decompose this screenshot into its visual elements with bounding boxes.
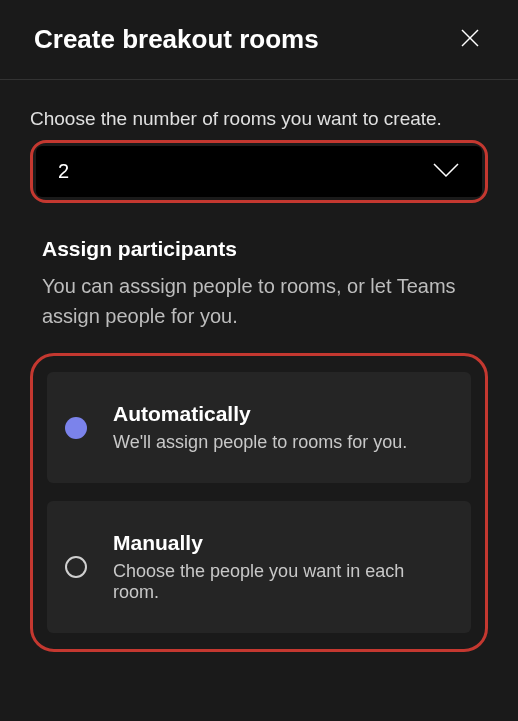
radio-selected-icon [65, 417, 87, 439]
assign-option-title: Manually [113, 531, 453, 555]
assign-title: Assign participants [42, 237, 488, 261]
room-count-highlight: 2 [30, 140, 488, 203]
radio-unselected-icon [65, 556, 87, 578]
room-count-value: 2 [58, 160, 69, 183]
dialog-title: Create breakout rooms [34, 24, 319, 55]
assign-options-highlight: Automatically We'll assign people to roo… [30, 353, 488, 652]
close-button[interactable] [456, 26, 484, 54]
close-icon [458, 26, 482, 54]
assign-option-title: Automatically [113, 402, 453, 426]
room-count-select[interactable]: 2 [36, 146, 482, 197]
room-count-prompt: Choose the number of rooms you want to c… [30, 108, 488, 130]
dialog-header: Create breakout rooms [0, 0, 518, 80]
chevron-down-icon [432, 162, 460, 182]
assign-option-description: Choose the people you want in each room. [113, 561, 453, 603]
assign-option-manually[interactable]: Manually Choose the people you want in e… [47, 501, 471, 633]
assign-section: Assign participants You can asssign peop… [30, 237, 488, 652]
assign-option-automatically[interactable]: Automatically We'll assign people to roo… [47, 372, 471, 483]
assign-option-text: Manually Choose the people you want in e… [113, 531, 453, 603]
assign-option-description: We'll assign people to rooms for you. [113, 432, 453, 453]
assign-description: You can asssign people to rooms, or let … [42, 271, 488, 331]
assign-option-text: Automatically We'll assign people to roo… [113, 402, 453, 453]
dialog-content: Choose the number of rooms you want to c… [0, 80, 518, 652]
